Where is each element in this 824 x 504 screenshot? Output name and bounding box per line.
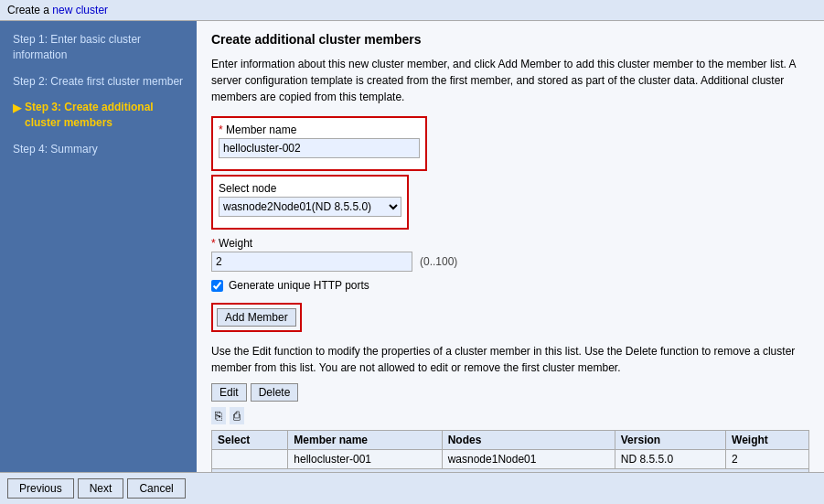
- copy-icon-btn[interactable]: ⎘: [211, 407, 226, 424]
- select-node-label: Select node: [219, 182, 401, 195]
- sidebar-item-step3[interactable]: ▶ Step 3: Create additional cluster memb…: [7, 96, 189, 134]
- generate-ports-row: Generate unique HTTP ports: [211, 279, 809, 292]
- table-row: hellocluster-001 wasnode1Node01 ND 8.5.5…: [212, 450, 809, 469]
- active-arrow: ▶: [13, 101, 21, 116]
- cancel-button[interactable]: Cancel: [127, 478, 185, 499]
- previous-button[interactable]: Previous: [7, 478, 74, 499]
- toolbar-row: Edit Delete: [211, 383, 809, 402]
- weight-hint: (0..100): [420, 255, 457, 268]
- col-version: Version: [615, 431, 725, 450]
- new-cluster-link[interactable]: new cluster: [52, 4, 108, 16]
- content-area: Step 1: Enter basic cluster information …: [0, 21, 824, 472]
- step2-link[interactable]: Step 2: Create first cluster member: [13, 75, 183, 88]
- cell-member-name: hellocluster-001: [288, 450, 442, 469]
- next-button[interactable]: Next: [78, 478, 124, 499]
- sidebar-item-step1[interactable]: Step 1: Enter basic cluster information: [7, 28, 189, 67]
- footer: Previous Next Cancel: [0, 472, 824, 504]
- col-weight: Weight: [726, 431, 809, 450]
- cell-weight: 2: [726, 450, 809, 469]
- sidebar-item-step2[interactable]: Step 2: Create first cluster member: [7, 70, 189, 93]
- edit-delete-info: Use the Edit function to modify the prop…: [211, 343, 809, 376]
- step1-link[interactable]: Step 1: Enter basic cluster information: [13, 33, 141, 61]
- weight-row: (0..100): [211, 252, 809, 272]
- step3-label: Step 3: Create additional cluster member…: [25, 100, 184, 131]
- icon-row: ⎘ ⎙: [211, 405, 809, 426]
- member-name-group: * Member name: [219, 123, 420, 158]
- weight-input[interactable]: [211, 252, 412, 272]
- select-node-group: Select node wasnode2Node01(ND 8.5.5.0) w…: [219, 182, 401, 217]
- delete-button[interactable]: Delete: [251, 383, 299, 402]
- description-text: Enter information about this new cluster…: [211, 56, 809, 105]
- add-member-button[interactable]: Add Member: [217, 308, 296, 327]
- title-bar: Create a new cluster: [0, 0, 824, 21]
- cell-nodes: wasnode1Node01: [442, 450, 615, 469]
- sidebar: Step 1: Enter basic cluster information …: [0, 21, 197, 472]
- main-content: Create additional cluster members Enter …: [197, 21, 824, 472]
- generate-ports-label: Generate unique HTTP ports: [229, 279, 369, 292]
- weight-label: * Weight: [211, 237, 809, 250]
- edit-button[interactable]: Edit: [211, 383, 247, 402]
- col-select: Select: [212, 431, 288, 450]
- generate-ports-checkbox[interactable]: [211, 280, 223, 292]
- cell-version: ND 8.5.5.0: [615, 450, 725, 469]
- col-nodes: Nodes: [442, 431, 615, 450]
- paste-icon-btn[interactable]: ⎙: [230, 407, 244, 424]
- page-title: Create additional cluster members: [211, 32, 809, 47]
- member-name-label: * Member name: [219, 123, 420, 136]
- cell-select: [212, 450, 288, 469]
- main-wrapper: Create a new cluster Step 1: Enter basic…: [0, 0, 824, 504]
- col-member-name: Member name: [288, 431, 442, 450]
- title-text: Create a: [7, 4, 52, 16]
- step4-link[interactable]: Step 4: Summary: [13, 143, 98, 155]
- weight-group: * Weight (0..100): [211, 237, 809, 272]
- sidebar-item-step4[interactable]: Step 4: Summary: [7, 138, 189, 161]
- member-name-input[interactable]: [219, 138, 420, 158]
- select-node-dropdown[interactable]: wasnode2Node01(ND 8.5.5.0) wasnode1Node0…: [219, 197, 401, 217]
- member-table: Select Member name Nodes Version Weight …: [211, 430, 809, 469]
